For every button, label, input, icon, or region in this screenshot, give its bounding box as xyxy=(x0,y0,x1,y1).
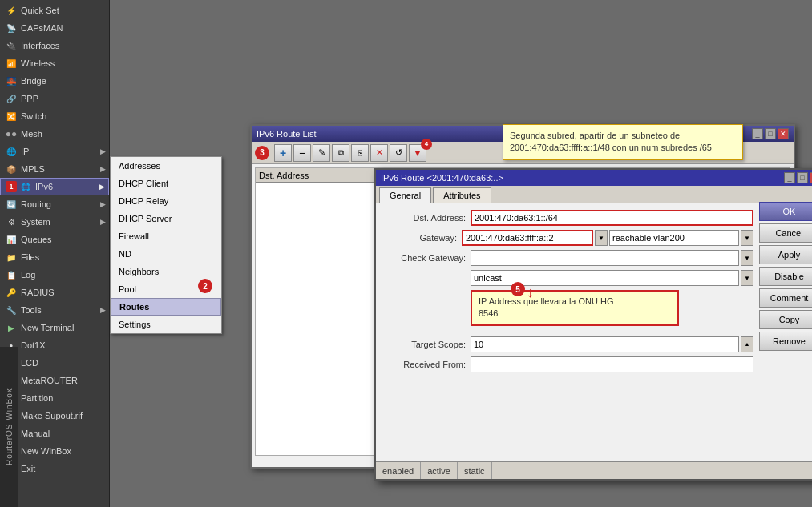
remove-route-btn[interactable]: − xyxy=(293,144,311,162)
close-btn[interactable]: ✕ xyxy=(778,128,789,139)
gateway-note-dropdown-btn[interactable]: ▼ xyxy=(741,230,753,246)
sidebar-item-radius[interactable]: 🔑 RADIUS xyxy=(0,284,109,301)
sidebar-item-log[interactable]: 📋 Log xyxy=(0,266,109,284)
sidebar-item-queues[interactable]: 📊 Queues xyxy=(0,231,109,248)
gateway-input[interactable] xyxy=(462,230,593,246)
submenu-dhcp-client[interactable]: DHCP Client xyxy=(111,175,221,192)
submenu-routes[interactable]: Routes xyxy=(111,298,221,316)
type-dropdown-btn[interactable]: ▼ xyxy=(741,270,753,286)
submenu-neighbors[interactable]: Neighbors xyxy=(111,263,221,280)
add-route-btn[interactable]: + xyxy=(274,144,292,162)
submenu-dhcp-server[interactable]: DHCP Server xyxy=(111,210,221,227)
sidebar-item-mesh[interactable]: ●● Mesh xyxy=(0,125,109,143)
routing-arrow: ▶ xyxy=(100,200,106,208)
sidebar-item-ipv6[interactable]: 1 🌐 IPv6 ▶ xyxy=(0,178,109,195)
tab-general[interactable]: General xyxy=(379,187,431,203)
dst-address-row: Dst. Address: xyxy=(382,210,753,226)
remove-button[interactable]: Remove xyxy=(759,332,812,351)
sidebar-item-capsman[interactable]: 📡 CAPsMAN xyxy=(0,19,109,37)
arrow-5: ↓ xyxy=(527,284,534,301)
route-dialog: IPv6 Route <2001:470:da63:..> _ □ ✕ Gene… xyxy=(374,168,812,481)
submenu-firewall[interactable]: Firewall xyxy=(111,227,221,245)
ppp-icon: 🔗 xyxy=(5,92,18,105)
copy-route-btn[interactable]: ⧉ xyxy=(332,144,349,162)
status-enabled: enabled xyxy=(376,462,421,479)
type-input[interactable] xyxy=(471,270,739,286)
received-from-input[interactable] xyxy=(471,356,753,372)
ok-button[interactable]: OK xyxy=(759,202,812,221)
delete-route-btn[interactable]: ✕ xyxy=(370,144,388,162)
minimize-btn[interactable]: _ xyxy=(752,128,763,139)
sidebar-item-bridge[interactable]: 🌉 Bridge xyxy=(0,72,109,90)
ipv6-icon: 🌐 xyxy=(19,180,32,193)
disable-button[interactable]: Disable xyxy=(759,267,812,286)
sidebar-item-interfaces[interactable]: 🔌 Interfaces xyxy=(0,37,109,54)
comment-button[interactable]: Comment xyxy=(759,288,812,308)
sidebar: ⚡ Quick Set 📡 CAPsMAN 🔌 Interfaces 📶 Wir… xyxy=(0,0,110,507)
comment-text: IP Address que llevara la ONU HG8546 xyxy=(479,296,614,318)
badge-1: 1 xyxy=(6,181,17,192)
gateway-note-input[interactable] xyxy=(609,230,739,246)
paste-route-btn[interactable]: ⎘ xyxy=(351,144,369,162)
sidebar-item-switch[interactable]: 🔀 Switch xyxy=(0,107,109,125)
dst-address-input[interactable] xyxy=(471,210,753,226)
badge-2: 2 xyxy=(198,279,212,293)
status-static: static xyxy=(458,462,492,479)
submenu-dhcp-relay[interactable]: DHCP Relay xyxy=(111,192,221,210)
target-scope-input[interactable] xyxy=(471,336,739,352)
capsman-icon: 📡 xyxy=(5,22,18,34)
routing-icon: 🔄 xyxy=(5,198,18,211)
copy-button[interactable]: Copy xyxy=(759,310,812,329)
badge-5: 5 xyxy=(511,282,525,296)
dialog-titlebar-buttons: _ □ ✕ xyxy=(784,172,812,183)
dialog-titlebar: IPv6 Route <2001:470:da63:..> _ □ ✕ xyxy=(376,170,812,186)
files-icon: 📁 xyxy=(5,251,18,264)
route-list-title: IPv6 Route List xyxy=(257,129,317,139)
submenu-settings[interactable]: Settings xyxy=(111,316,221,333)
gateway-dropdown-btn[interactable]: ▼ xyxy=(595,230,608,246)
tooltip-text: Segunda subred, apartir de un subneteo d… xyxy=(510,131,712,152)
tools-arrow: ▶ xyxy=(100,306,106,314)
ipv6-submenu: Addresses DHCP Client DHCP Relay DHCP Se… xyxy=(110,156,222,334)
titlebar-buttons: _ □ ✕ xyxy=(752,128,789,139)
check-gateway-dropdown-btn[interactable]: ▼ xyxy=(741,250,753,266)
sidebar-item-mpls[interactable]: 📦 MPLS ▶ xyxy=(0,160,109,178)
dialog-maximize-btn[interactable]: □ xyxy=(797,172,808,183)
tooltip-box: Segunda subred, apartir de un subneteo d… xyxy=(503,124,743,160)
edit-route-btn[interactable]: ✎ xyxy=(313,144,330,162)
sidebar-item-tools[interactable]: 🔧 Tools ▶ xyxy=(0,301,109,319)
submenu-addresses[interactable]: Addresses xyxy=(111,157,221,175)
queues-icon: 📊 xyxy=(5,233,18,246)
tools-icon: 🔧 xyxy=(5,304,18,316)
dialog-status-bar: enabled active static xyxy=(376,461,812,479)
sidebar-item-ppp[interactable]: 🔗 PPP xyxy=(0,90,109,107)
sidebar-item-routing[interactable]: 🔄 Routing ▶ xyxy=(0,195,109,213)
log-icon: 📋 xyxy=(5,268,18,281)
filter-btn[interactable]: ▼ 4 xyxy=(409,144,426,162)
apply-button[interactable]: Apply xyxy=(759,245,812,264)
radius-icon: 🔑 xyxy=(5,286,18,299)
check-gateway-input-group: ▼ xyxy=(471,250,753,266)
reset-route-btn[interactable]: ↺ xyxy=(390,144,407,162)
target-scope-up-btn[interactable]: ▲ xyxy=(741,336,753,352)
sidebar-item-new-terminal[interactable]: ▶ New Terminal xyxy=(0,319,109,336)
maximize-btn[interactable]: □ xyxy=(765,128,776,139)
gateway-input-group: ▼ ▼ xyxy=(462,230,753,246)
submenu-nd[interactable]: ND xyxy=(111,245,221,263)
bridge-icon: 🌉 xyxy=(5,74,18,87)
sidebar-item-ip[interactable]: 🌐 IP ▶ xyxy=(0,143,109,160)
check-gateway-row: Check Gateway: ▼ xyxy=(382,250,753,266)
mpls-arrow: ▶ xyxy=(100,165,106,173)
sidebar-item-quick-set[interactable]: ⚡ Quick Set xyxy=(0,2,109,19)
ip-icon: 🌐 xyxy=(5,145,18,158)
dst-address-label: Dst. Address: xyxy=(382,213,471,223)
check-gateway-input[interactable] xyxy=(471,250,739,266)
sidebar-item-system[interactable]: ⚙ System ▶ xyxy=(0,213,109,231)
sidebar-item-files[interactable]: 📁 Files xyxy=(0,248,109,266)
sidebar-item-wireless[interactable]: 📶 Wireless xyxy=(0,54,109,72)
tab-attributes[interactable]: Attributes xyxy=(433,187,491,203)
received-from-label: Received From: xyxy=(382,360,471,369)
ipv6-arrow: ▶ xyxy=(99,183,105,191)
dialog-minimize-btn[interactable]: _ xyxy=(784,172,795,183)
cancel-button[interactable]: Cancel xyxy=(759,223,812,243)
